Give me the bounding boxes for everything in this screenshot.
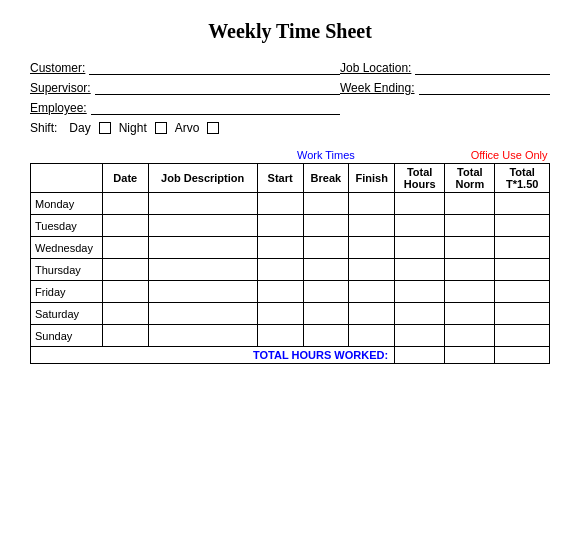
data-cell[interactable]	[445, 237, 495, 259]
data-cell[interactable]	[257, 303, 303, 325]
total-hours-label: TOTAL HOURS WORKED:	[31, 347, 395, 364]
header-break: Break	[303, 164, 349, 193]
data-cell[interactable]	[148, 237, 257, 259]
shift-arvo-checkbox[interactable]	[207, 122, 219, 134]
data-cell[interactable]	[349, 237, 395, 259]
data-cell[interactable]	[257, 259, 303, 281]
data-cell[interactable]	[102, 303, 148, 325]
shift-day-checkbox[interactable]	[99, 122, 111, 134]
job-location-label: Job Location:	[340, 61, 411, 75]
data-cell[interactable]	[257, 237, 303, 259]
day-cell: Friday	[31, 281, 103, 303]
data-cell[interactable]	[349, 193, 395, 215]
data-cell[interactable]	[102, 325, 148, 347]
data-cell[interactable]	[257, 193, 303, 215]
header-start: Start	[257, 164, 303, 193]
data-cell[interactable]	[495, 215, 550, 237]
data-cell[interactable]	[395, 259, 445, 281]
week-ending-label: Week Ending:	[340, 81, 415, 95]
data-cell[interactable]	[257, 281, 303, 303]
data-cell[interactable]	[102, 215, 148, 237]
column-headers: Date Job Description Start Break Finish …	[31, 164, 550, 193]
job-location-line	[415, 61, 550, 75]
table-row: Friday	[31, 281, 550, 303]
data-cell[interactable]	[495, 193, 550, 215]
table-row: Tuesday	[31, 215, 550, 237]
day-cell: Wednesday	[31, 237, 103, 259]
day-cell: Thursday	[31, 259, 103, 281]
data-cell[interactable]	[349, 281, 395, 303]
header-date: Date	[102, 164, 148, 193]
data-cell[interactable]	[148, 325, 257, 347]
data-cell[interactable]	[445, 193, 495, 215]
data-cell[interactable]	[303, 281, 349, 303]
data-cell[interactable]	[102, 281, 148, 303]
data-cell[interactable]	[495, 303, 550, 325]
total-hours-val[interactable]	[395, 347, 445, 364]
table-row: Thursday	[31, 259, 550, 281]
shift-label: Shift:	[30, 121, 57, 135]
day-cell: Saturday	[31, 303, 103, 325]
data-cell[interactable]	[102, 259, 148, 281]
supervisor-label: Supervisor:	[30, 81, 91, 95]
data-cell[interactable]	[395, 325, 445, 347]
table-row: Monday	[31, 193, 550, 215]
header-total-hours: Total Hours	[395, 164, 445, 193]
data-cell[interactable]	[148, 193, 257, 215]
data-cell[interactable]	[445, 281, 495, 303]
section-empty	[31, 147, 258, 164]
total-t-val[interactable]	[495, 347, 550, 364]
data-cell[interactable]	[495, 259, 550, 281]
total-row: TOTAL HOURS WORKED:	[31, 347, 550, 364]
data-cell[interactable]	[102, 237, 148, 259]
data-cell[interactable]	[395, 303, 445, 325]
data-cell[interactable]	[495, 281, 550, 303]
customer-label: Customer:	[30, 61, 85, 75]
data-cell[interactable]	[349, 259, 395, 281]
data-cell[interactable]	[303, 303, 349, 325]
data-cell[interactable]	[395, 193, 445, 215]
header-finish: Finish	[349, 164, 395, 193]
data-cell[interactable]	[148, 303, 257, 325]
customer-line	[89, 61, 340, 75]
data-cell[interactable]	[445, 303, 495, 325]
shift-night-checkbox[interactable]	[155, 122, 167, 134]
employee-line	[91, 101, 340, 115]
timesheet-table: Work Times Office Use Only Date Job Desc…	[30, 147, 550, 364]
header-jobdesc: Job Description	[148, 164, 257, 193]
data-cell[interactable]	[303, 215, 349, 237]
data-cell[interactable]	[303, 325, 349, 347]
data-cell[interactable]	[257, 325, 303, 347]
data-cell[interactable]	[148, 281, 257, 303]
data-cell[interactable]	[303, 259, 349, 281]
data-cell[interactable]	[349, 303, 395, 325]
table-row: Wednesday	[31, 237, 550, 259]
table-row: Saturday	[31, 303, 550, 325]
data-cell[interactable]	[303, 193, 349, 215]
data-cell[interactable]	[395, 215, 445, 237]
week-ending-line	[419, 81, 551, 95]
data-cell[interactable]	[148, 259, 257, 281]
shift-night-label: Night	[119, 121, 147, 135]
data-cell[interactable]	[445, 325, 495, 347]
data-cell[interactable]	[349, 215, 395, 237]
shift-day-label: Day	[69, 121, 90, 135]
data-cell[interactable]	[445, 215, 495, 237]
data-cell[interactable]	[303, 237, 349, 259]
header-total-t: Total T*1.50	[495, 164, 550, 193]
data-cell[interactable]	[395, 237, 445, 259]
total-norm-val[interactable]	[445, 347, 495, 364]
data-cell[interactable]	[395, 281, 445, 303]
data-cell[interactable]	[102, 193, 148, 215]
data-cell[interactable]	[495, 325, 550, 347]
data-cell[interactable]	[257, 215, 303, 237]
table-row: Sunday	[31, 325, 550, 347]
page-title: Weekly Time Sheet	[30, 20, 550, 43]
data-cell[interactable]	[495, 237, 550, 259]
data-cell[interactable]	[349, 325, 395, 347]
data-cell[interactable]	[148, 215, 257, 237]
data-cell[interactable]	[445, 259, 495, 281]
header-day	[31, 164, 103, 193]
day-cell: Monday	[31, 193, 103, 215]
supervisor-line	[95, 81, 340, 95]
